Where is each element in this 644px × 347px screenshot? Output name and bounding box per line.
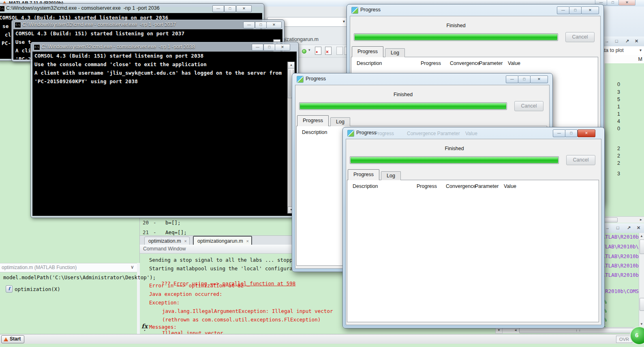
column-progress: Progress	[417, 183, 437, 189]
cancel-button[interactable]: Cancel	[566, 155, 595, 165]
ghost-text: Convergence Parameter	[407, 131, 460, 136]
red-cross-icon: ×	[326, 50, 329, 54]
editor-tabbar: optimization.m× optimizationgarun.m×	[140, 235, 292, 245]
history-panel-vscrollbar[interactable]: ▲ ▼	[639, 233, 644, 327]
function-hint-label[interactable]: optimization(X)	[15, 286, 60, 292]
tab-log[interactable]: Log	[385, 48, 405, 57]
dialog-titlebar[interactable]: Progress — □ ✕	[292, 73, 552, 85]
tab-log[interactable]: Log	[330, 117, 350, 126]
progress-dialog-icon	[297, 76, 304, 83]
minimize-button[interactable]: —	[252, 44, 263, 51]
minimize-icon: —	[510, 77, 514, 81]
maximize-button[interactable]: □	[255, 22, 267, 28]
cmd-console[interactable]: COMSOL 4.3 (Build: 151) started listenin…	[32, 52, 297, 216]
progress-status: Finished	[299, 92, 507, 98]
console-error-line: Exception:	[149, 300, 180, 306]
chevron-down-icon: ▾	[640, 48, 642, 52]
close-button[interactable]: ✕	[581, 6, 599, 14]
close-button[interactable]: ✕	[236, 5, 252, 12]
matlab-maximize-button[interactable]: □	[607, 0, 619, 6]
close-icon[interactable]: ✕	[635, 39, 638, 43]
cmd-titlebar[interactable]: C:\ C:\Windows\system32\cmd.exe - comsol…	[31, 42, 298, 52]
maximize-icon[interactable]: □	[616, 225, 619, 230]
maximize-button[interactable]: □	[565, 129, 578, 137]
tab-progress[interactable]: Progress	[348, 169, 379, 180]
minimize-button[interactable]: —	[506, 75, 518, 83]
maximize-button[interactable]: □	[518, 75, 531, 83]
close-icon: ✕	[588, 8, 592, 12]
tab-close-icon[interactable]: ×	[246, 239, 249, 244]
fx-button[interactable]: fx ▾	[141, 323, 150, 332]
scroll-up-icon[interactable]: ▲	[639, 233, 644, 239]
cancel-button[interactable]: Cancel	[565, 32, 595, 42]
scroll-up-icon[interactable]: ▲	[288, 62, 295, 69]
minimize-button[interactable]: —	[557, 6, 569, 14]
tab-close-icon[interactable]: ×	[184, 239, 187, 244]
ghost-text: Value	[465, 131, 477, 136]
maximize-icon[interactable]: □	[615, 39, 618, 43]
cancel-button[interactable]: Cancel	[514, 101, 543, 111]
maximize-button[interactable]: □	[569, 6, 582, 14]
scrollbar-thumb[interactable]	[640, 239, 644, 254]
breakpoint-dash-icon[interactable]: -	[153, 220, 156, 226]
cmd-titlebar[interactable]: C:\ C:\Windows\system32\cmd.exe - comsol…	[12, 20, 284, 29]
start-button[interactable]: Start	[1, 335, 24, 343]
chevron-down-icon[interactable]: ∨	[131, 264, 134, 270]
close-icon: ✕	[281, 45, 284, 49]
column-value: Value	[508, 60, 520, 66]
matlab-desktop: MATLAB 7.11.0 (R2010b) — □ ✕ ▾ 7\optimiz…	[0, 0, 644, 347]
scroll-down-icon[interactable]: ▼	[639, 321, 644, 327]
maximize-icon: □	[260, 23, 262, 27]
maximize-button[interactable]: □	[224, 5, 236, 12]
tab-optimization-m[interactable]: optimization.m×	[144, 237, 190, 246]
close-button[interactable]: ✕	[266, 22, 282, 28]
table-cell: 2	[608, 146, 620, 151]
code-line[interactable]: b=[];	[165, 220, 181, 226]
close-button[interactable]: ✕	[530, 75, 548, 83]
matlab-close-button[interactable]: ✕	[618, 0, 635, 6]
cmd-title: C:\Windows\system32\cmd.exe - comsolserv…	[22, 22, 240, 27]
table-cell: 0	[608, 126, 620, 131]
dialog-titlebar[interactable]: Progress — □ ✕	[347, 4, 603, 16]
scrollbar-thumb[interactable]	[519, 328, 637, 333]
tab-progress[interactable]: Progress	[352, 46, 383, 57]
maximize-button[interactable]: □	[263, 44, 275, 51]
progress-dialog-icon	[351, 7, 358, 14]
undock-icon[interactable]: ↗	[625, 39, 629, 43]
dock-icon[interactable]: →	[605, 225, 610, 230]
console-line: COMSOL 4.3 (Build: 151) started listenin…	[15, 30, 184, 37]
column-value: Value	[504, 183, 516, 189]
close-button[interactable]: ✕	[275, 44, 290, 51]
chevron-down-icon[interactable]: ▾	[343, 19, 345, 24]
undock-icon[interactable]: ↗	[627, 225, 631, 230]
progress-dialog-icon	[347, 130, 354, 137]
chevron-down-icon[interactable]: ▾	[308, 48, 310, 52]
line-number: 21	[143, 229, 149, 235]
minimize-button[interactable]: —	[212, 5, 224, 12]
minimize-button[interactable]: —	[553, 129, 565, 137]
column-description: Description	[357, 60, 382, 66]
dock-icon[interactable]: →	[605, 39, 609, 43]
close-icon[interactable]: ✕	[637, 225, 640, 230]
maximize-icon: □	[268, 45, 270, 49]
progress-dialog-3[interactable]: Progress Progress Convergence Parameter …	[342, 127, 605, 328]
breakpoint-dash-icon[interactable]: -	[153, 229, 156, 235]
minimize-button[interactable]: —	[243, 22, 255, 28]
copy-cell-icon[interactable]	[336, 47, 343, 55]
tab-progress[interactable]: Progress	[297, 115, 329, 126]
delete-cell-icon[interactable]: ×	[325, 47, 332, 55]
insert-cell-icon[interactable]: ●	[315, 47, 321, 55]
code-line[interactable]: Aeq=[];	[165, 229, 187, 235]
close-button[interactable]: ✕	[578, 129, 595, 137]
progress-bar	[350, 156, 559, 164]
tab-log[interactable]: Log	[381, 171, 401, 180]
function-pane-header[interactable]: optimization.m (MATLAB Function) ∨	[0, 263, 137, 272]
console-line-fragment: 'PC-2	[15, 56, 31, 60]
close-icon: ✕	[625, 0, 629, 4]
console-line: Starting matlabpool using the 'local' co…	[149, 265, 305, 272]
cmd-window-2038[interactable]: C:\ C:\Windows\system32\cmd.exe - comsol…	[30, 42, 299, 218]
scroll-right-icon[interactable]: ►	[638, 217, 644, 222]
scrollbar-thumb[interactable]	[640, 298, 644, 311]
cmd-titlebar[interactable]: C:\ C:\Windows\system32\cmd.exe - comsol…	[0, 4, 264, 13]
dialog-titlebar[interactable]: Progress Progress Convergence Parameter …	[343, 127, 604, 139]
